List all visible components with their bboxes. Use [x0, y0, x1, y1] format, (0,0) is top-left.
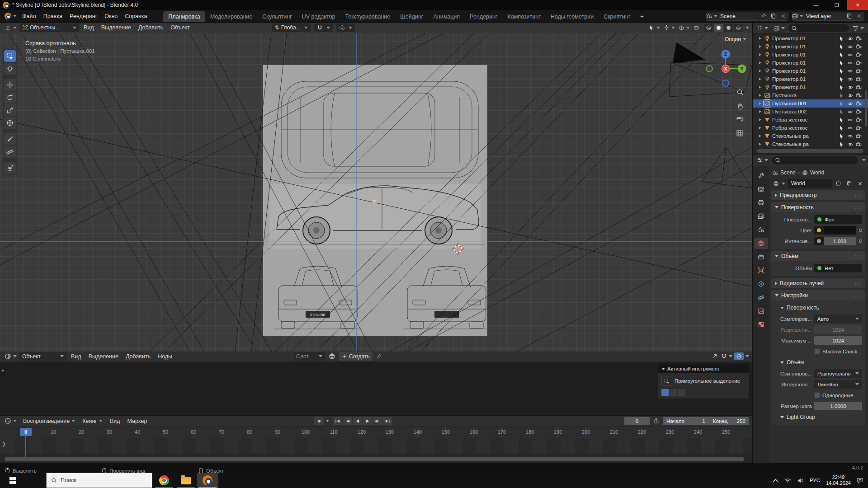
surface-shader-value[interactable]: Фон — [814, 215, 862, 224]
select-pointer-icon[interactable] — [839, 117, 844, 123]
expand-icon[interactable] — [759, 102, 761, 105]
camera-visibility-icon[interactable] — [856, 44, 862, 50]
snap-node-icon[interactable] — [710, 352, 719, 360]
hide-eye-icon[interactable] — [847, 93, 853, 99]
tool-transform[interactable] — [4, 117, 16, 129]
shader-editor-type-button[interactable] — [3, 352, 19, 361]
camera-visibility-icon[interactable] — [856, 93, 862, 99]
3d-viewport[interactable]: SKYLINE — [0, 33, 752, 352]
top-menu-рендеринг[interactable]: Рендеринг — [66, 10, 101, 22]
shader-type-dropdown[interactable]: Объект — [19, 352, 66, 361]
world-name-field[interactable]: World — [788, 179, 832, 188]
timeline-menu-вид[interactable]: Вид — [106, 416, 124, 426]
outliner-item[interactable]: Прожектор.01 — [753, 42, 868, 51]
app-menu-button[interactable] — [3, 12, 19, 20]
properties-tab-data[interactable] — [754, 305, 768, 317]
properties-tab-collection[interactable] — [754, 251, 768, 263]
taskbar-search-input[interactable]: Поиск — [46, 473, 152, 488]
hide-eye-icon[interactable] — [847, 76, 853, 82]
hide-eye-icon[interactable] — [847, 44, 853, 50]
hide-eye-icon[interactable] — [847, 36, 853, 42]
camera-view-button[interactable] — [734, 114, 745, 125]
scene-icon[interactable] — [707, 12, 717, 20]
hide-eye-icon[interactable] — [847, 117, 853, 123]
overlays-toggle[interactable] — [677, 24, 692, 32]
outliner-item[interactable]: Прожектор.01 — [753, 75, 868, 83]
outliner-item[interactable]: Пустышка.002 — [753, 108, 868, 116]
hide-eye-icon[interactable] — [847, 60, 853, 66]
frame-end-field[interactable]: Конец250 — [709, 417, 749, 425]
tray-expand-icon[interactable] — [773, 478, 778, 483]
select-pointer-icon[interactable] — [839, 36, 844, 42]
max-bounces-field[interactable]: 1024 — [814, 336, 862, 345]
select-pointer-icon[interactable] — [839, 125, 844, 131]
viewport-editor-type-button[interactable] — [3, 23, 19, 32]
homogeneous-checkbox[interactable] — [814, 392, 820, 398]
settings-surface-subpanel[interactable]: Поверхность — [774, 303, 862, 312]
step-size-field[interactable]: 1.0000 — [814, 402, 862, 410]
top-menu-окно[interactable]: Окно — [101, 10, 121, 22]
toggle-ortho-button[interactable] — [734, 128, 745, 139]
properties-tab-object[interactable] — [754, 265, 768, 276]
light-group-subpanel[interactable]: Light Group — [774, 413, 862, 422]
viewlayer-icon[interactable] — [793, 12, 802, 20]
mode-selector[interactable]: Объектны... — [19, 23, 79, 32]
camera-visibility-icon[interactable] — [856, 141, 862, 147]
object-visibility-dropdown[interactable] — [647, 24, 662, 32]
workspace-tab-планировка[interactable]: Планировка — [163, 11, 205, 22]
viewport-menu-выделение[interactable]: Выделение — [98, 23, 135, 33]
outliner-display-mode[interactable] — [772, 24, 787, 32]
viewport-menu-добавить[interactable]: Добавить — [135, 23, 167, 33]
playback-jump-first-button[interactable] — [333, 417, 342, 425]
animate-strength-dot[interactable] — [859, 239, 862, 243]
viewlayer-name[interactable]: ViewLayer — [802, 13, 844, 19]
sidebar-toggle-arrow[interactable]: ▸ — [2, 367, 5, 373]
select-pointer-icon[interactable] — [839, 133, 844, 139]
outliner-item[interactable]: Стекольные ра — [753, 132, 868, 140]
select-pointer-icon[interactable] — [839, 44, 844, 50]
select-pointer-icon[interactable] — [839, 93, 844, 99]
camera-visibility-icon[interactable] — [856, 101, 862, 107]
tool-add-cube[interactable] — [4, 162, 16, 174]
notification-icon[interactable] — [857, 477, 863, 484]
tool-cursor[interactable] — [4, 63, 16, 75]
outliner-item[interactable]: Прожектор.01 — [753, 67, 868, 75]
shading-wireframe-button[interactable] — [704, 24, 713, 32]
timeline-expand-arrow[interactable]: ❯ — [2, 441, 6, 447]
shadow-caustics-checkbox[interactable] — [814, 348, 820, 354]
timeline-ruler[interactable]: 1020304050607080901001101201301401501601… — [0, 427, 752, 438]
properties-tab-constraints[interactable] — [754, 278, 768, 290]
node-overlays-toggle[interactable] — [734, 352, 744, 360]
auto-keying-toggle[interactable] — [314, 417, 324, 425]
select-mode-extend[interactable] — [670, 389, 677, 396]
hide-eye-icon[interactable] — [847, 84, 853, 90]
interpolation-dropdown[interactable]: Линейно — [814, 380, 862, 389]
workspace-tab-композитинг[interactable]: Композитинг — [502, 11, 545, 22]
timeline-menu-кеинг[interactable]: Кеинг — [79, 416, 106, 426]
shader-menu-выделение[interactable]: Выделение — [85, 352, 122, 362]
volume-shader-value[interactable]: Нет — [814, 264, 862, 272]
workspace-tab-ноды-геометрии[interactable]: Ноды геометрии — [546, 11, 599, 22]
shading-material-button[interactable] — [724, 24, 733, 32]
panel-volume-header[interactable]: Объём:::: — [771, 251, 865, 261]
outliner-item[interactable]: Прожектор.01 — [753, 34, 868, 42]
outliner-item[interactable]: Стекольные ра — [753, 140, 868, 148]
zoom-view-button[interactable] — [735, 87, 745, 98]
timeline-scrollbar[interactable] — [5, 457, 744, 461]
shader-menu-вид[interactable]: Вид — [67, 352, 85, 362]
transform-orientation-dropdown[interactable]: ⇅Глоба... — [272, 23, 311, 32]
select-pointer-icon[interactable] — [839, 68, 844, 74]
outliner-editor-type-button[interactable] — [755, 24, 770, 32]
expand-icon[interactable] — [759, 78, 761, 80]
volume-sampling-dropdown[interactable]: Равноугольно — [814, 369, 862, 378]
taskbar-explorer[interactable] — [175, 473, 197, 488]
expand-icon[interactable] — [759, 94, 761, 97]
strength-socket[interactable] — [814, 237, 824, 245]
outliner-horizontal-scrollbar[interactable] — [757, 149, 863, 153]
expand-icon[interactable] — [759, 135, 761, 137]
properties-tab-world[interactable] — [754, 238, 768, 249]
select-mode-set[interactable] — [661, 389, 669, 396]
add-workspace-button[interactable]: + — [636, 11, 649, 22]
gizmo-neg-z[interactable] — [722, 80, 729, 86]
camera-visibility-icon[interactable] — [856, 125, 862, 131]
